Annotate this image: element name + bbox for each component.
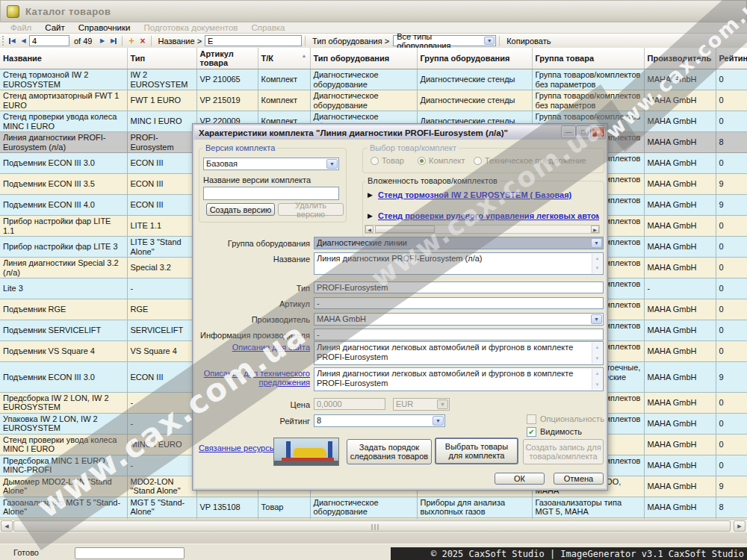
cell-name[interactable]: Lite 3	[0, 279, 127, 299]
cell-type[interactable]: PROFI-Eurosystem	[127, 132, 196, 153]
cell-rating[interactable]: 0	[716, 320, 747, 341]
cell-name[interactable]: Предсборка IW 2 LON, IW 2 EUROSYSTEM	[0, 392, 127, 413]
equip-group-combobox[interactable]: Диагностические линии ▼	[314, 237, 604, 249]
nav-prev-button[interactable]: ◀	[18, 35, 29, 46]
table-row[interactable]: Стенд тормозной IW 2 EUROSYSTEMIW 2 EURO…	[0, 69, 747, 90]
column-header[interactable]: Тип оборудования	[310, 48, 417, 69]
cell-rating[interactable]: 0	[716, 69, 747, 90]
radio-tech-offer[interactable]	[474, 157, 482, 165]
column-header[interactable]: Производитель	[644, 48, 716, 69]
cell-manufacturer[interactable]: MAHA GmbH	[644, 216, 716, 237]
cell-equip_group[interactable]: Диагностические стенды	[417, 90, 532, 111]
cell-name[interactable]: Стенд амортизаторный FWT 1 EURO	[0, 90, 127, 111]
chevron-down-icon[interactable]: ▼	[591, 238, 602, 248]
cell-type[interactable]: -	[127, 455, 196, 476]
chevron-down-icon[interactable]: ▼	[326, 159, 338, 169]
cell-rating[interactable]: 0	[716, 455, 747, 476]
cell-product_group[interactable]: Газоанализаторы типа MGT 5, MAHA	[532, 497, 644, 517]
cell-rating[interactable]: 0	[716, 258, 747, 279]
cell-rating[interactable]: 0	[716, 153, 747, 174]
delete-version-button[interactable]: Удалить версию	[278, 203, 344, 216]
delete-record-button[interactable]: ×	[137, 36, 148, 46]
cell-name[interactable]: Прибор настройки фар LITE 3	[0, 237, 127, 258]
version-combobox[interactable]: Базовая ▼	[203, 158, 339, 170]
cell-rating[interactable]: 0	[716, 216, 747, 237]
cell-manufacturer[interactable]: MAHA GmbH	[644, 132, 716, 153]
cell-name[interactable]: Подъемник SERVICELIFT	[0, 320, 127, 341]
cell-manufacturer[interactable]: MAHA GmbH	[644, 111, 716, 132]
nesting-item-link[interactable]: Стенд проверки рулевого управления легко…	[378, 211, 599, 220]
cell-type[interactable]: Special 3.2	[127, 258, 196, 279]
cell-type[interactable]: SERVICELIFT	[127, 320, 196, 341]
cell-name[interactable]: Прибор настройки фар LITE 1.1	[0, 216, 127, 237]
cell-type[interactable]: -	[127, 392, 196, 413]
cancel-button[interactable]: Отмена	[554, 473, 604, 485]
table-row[interactable]: Стенд амортизаторный FWT 1 EUROFWT 1 EUR…	[0, 90, 747, 111]
cell-type[interactable]: FWT 1 EURO	[127, 90, 196, 111]
cell-rating[interactable]: 8	[716, 497, 747, 517]
cell-type[interactable]: LITE 1.1	[127, 216, 196, 237]
nav-last-button[interactable]: ▶	[108, 35, 119, 46]
cell-type[interactable]: IW 2 EUROSYSTEM	[127, 69, 196, 90]
cell-manufacturer[interactable]: -	[644, 279, 716, 299]
cell-sku[interactable]: VP 210065	[196, 69, 258, 90]
copy-button[interactable]: Копировать	[506, 37, 551, 46]
cell-manufacturer[interactable]: MAHA GmbH	[644, 195, 716, 216]
cell-manufacturer[interactable]: MAHA GmbH	[644, 299, 716, 320]
set-order-button[interactable]: Задать порядок следования товаров	[347, 439, 432, 464]
cell-name[interactable]: Предсборка MINC 1 EURO / MINC-PROFI	[0, 455, 127, 476]
expand-arrow-icon[interactable]: ▶	[368, 191, 373, 199]
site-description-textarea[interactable]: Линия диагностики легковых автомобилей и…	[314, 341, 604, 365]
cell-name[interactable]: Линия диагностики PROFI-Eurosystem (л/а)	[0, 132, 127, 153]
cell-name[interactable]: Подъемник ECON III 3.0	[0, 153, 127, 174]
cell-rating[interactable]: 0	[716, 279, 747, 299]
scroll-arrows-icon[interactable]: ▲▼	[592, 369, 602, 390]
cell-manufacturer[interactable]: MAHA GmbH	[644, 320, 716, 341]
cell-rating[interactable]: 0	[716, 237, 747, 258]
tech-description-textarea[interactable]: Линия диагностики легковых автомобилей и…	[314, 367, 604, 391]
manufacturer-combobox[interactable]: MAHA GmbH ▼	[314, 313, 604, 326]
cell-type[interactable]: ECON III	[127, 153, 196, 174]
scroll-left-icon[interactable]: ◀	[1, 520, 13, 532]
scroll-right-icon[interactable]: ▶	[591, 225, 599, 233]
cell-rating[interactable]: 9	[716, 476, 747, 497]
cell-name[interactable]: Подъемник ECON III 3.0	[0, 362, 127, 393]
cell-manufacturer[interactable]: MAHA GmbH	[644, 455, 716, 476]
cell-manufacturer[interactable]: MAHA GmbH	[644, 153, 716, 174]
cell-manufacturer[interactable]: MAHA GmbH	[644, 237, 716, 258]
nav-next-button[interactable]: ▶	[96, 35, 108, 46]
cell-name[interactable]: Стенд тормозной IW 2 EUROSYSTEM	[0, 69, 127, 90]
cell-type[interactable]: LITE 3 "Stand Alone"	[127, 237, 196, 258]
site-description-link[interactable]: Описание для сайта	[193, 343, 310, 352]
cell-manufacturer[interactable]: MAHA GmbH	[644, 392, 716, 413]
cell-type[interactable]: -	[127, 413, 196, 434]
cell-name[interactable]: Подъемник RGE	[0, 299, 127, 320]
scroll-arrows-icon[interactable]: ▲▼	[592, 343, 602, 364]
cell-equip_group[interactable]: Приборы для анализа выхлопных газов	[417, 497, 532, 517]
hscrollbar-thumb[interactable]	[13, 520, 731, 532]
cell-type[interactable]: RGE	[127, 299, 196, 320]
chevron-down-icon[interactable]: ▼	[433, 416, 444, 426]
dialog-title-bar[interactable]: Характеристики комплекта "Линия диагност…	[194, 125, 606, 140]
cell-rating[interactable]: 0	[716, 341, 747, 362]
cell-type[interactable]: ECON III	[127, 195, 196, 216]
cell-manufacturer[interactable]: MAHA GmbH	[644, 362, 716, 393]
column-header[interactable]: Артикул товара	[196, 48, 258, 69]
cell-type[interactable]: VS Square 4	[127, 341, 196, 362]
sku-input[interactable]: -	[314, 297, 604, 309]
cell-manufacturer[interactable]: MAHA GmbH	[644, 476, 716, 497]
menu-item[interactable]: Справочники	[72, 23, 137, 32]
name-textarea[interactable]: Линия диагностики PROFI-Eurosystem (л/а)…	[314, 252, 604, 275]
column-header[interactable]: Тип	[127, 48, 196, 69]
column-header[interactable]: Группа оборудования	[417, 48, 532, 69]
column-header[interactable]: Группа товара	[532, 48, 644, 69]
cell-name[interactable]: Газоанализатор MGT 5 "Stand-Alone"	[0, 497, 127, 517]
cell-type[interactable]: ECON III	[127, 174, 196, 195]
cell-type[interactable]: MGT 5 "Stand-Alone"	[127, 497, 196, 517]
table-hscrollbar[interactable]: ◀ ▶	[0, 519, 747, 532]
cell-tk[interactable]: Комплект	[258, 90, 310, 111]
expand-arrow-icon[interactable]: ▶	[368, 212, 373, 220]
cell-name[interactable]: Подъемник VS Square 4	[0, 341, 127, 362]
nav-first-button[interactable]: ◀	[7, 35, 18, 46]
close-icon[interactable]: ×	[592, 126, 605, 137]
